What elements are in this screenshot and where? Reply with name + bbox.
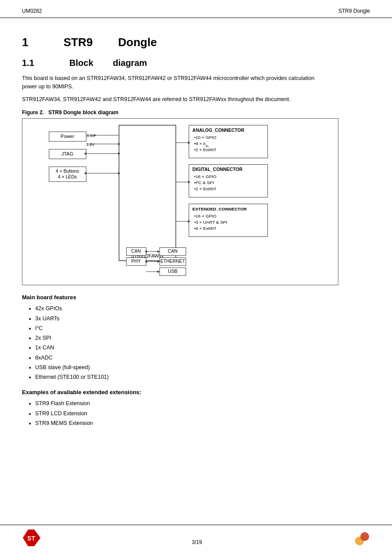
svg-text:•3 × UART & SPI: •3 × UART & SPI <box>194 220 227 225</box>
svg-marker-12 <box>94 134 96 137</box>
header-right: STR9 Dongle <box>338 8 370 14</box>
svg-text:Power: Power <box>61 134 74 139</box>
list-item: USB slave (full-speed) <box>35 363 370 372</box>
list-item: 8xADC <box>35 353 370 363</box>
st-logo: ST <box>22 529 40 547</box>
page-footer: ST 3/19 <box>0 525 392 547</box>
main-content: 1 STR9 Dongle 1.1 Block diagram This boa… <box>0 18 392 461</box>
svg-point-64 <box>360 532 369 541</box>
svg-text:•16 × GPIO: •16 × GPIO <box>194 214 217 218</box>
svg-text:•I²C & SPI: •I²C & SPI <box>194 180 214 185</box>
list-item: 2x SPI <box>35 334 370 343</box>
list-item: STR9 Flash Extension <box>35 399 370 408</box>
svg-text:ST: ST <box>27 535 35 542</box>
svg-text:•2 × ExtINT: •2 × ExtINT <box>194 186 217 191</box>
intro-paragraph-1: This board is based on an STR912FAW34, S… <box>22 74 321 91</box>
section-number: 1.1 <box>22 58 34 68</box>
list-item: STR9 LCD Extension <box>35 409 370 418</box>
svg-marker-58 <box>157 270 160 273</box>
svg-text:USB: USB <box>168 269 177 274</box>
svg-text:PHY: PHY <box>131 259 141 264</box>
svg-text:ANALOG_CONNECTOR: ANALOG_CONNECTOR <box>192 128 245 133</box>
section-title-text: Block diagram <box>69 58 147 68</box>
svg-text:3.3V: 3.3V <box>87 134 94 138</box>
chapter-title-text: STR9 Dongle <box>63 36 156 49</box>
features-title: Main board features <box>22 294 370 301</box>
svg-text:•16 × GPIO: •16 × GPIO <box>194 174 217 179</box>
svg-rect-7 <box>119 125 176 261</box>
block-diagram: Power JTAG 4 × Buttons 4 × LEDs STR912FA… <box>22 118 338 285</box>
list-item: Ethernet (STE100 or STE101) <box>35 373 370 382</box>
svg-text:4 × LEDs: 4 × LEDs <box>58 175 77 180</box>
list-item: I2C <box>35 324 370 333</box>
list-item: STR9 MEMS Extension <box>35 419 370 428</box>
svg-text:EXTENDED_CONNECTOR: EXTENDED_CONNECTOR <box>192 207 247 211</box>
list-item: 42x GPIOs <box>35 304 370 313</box>
section-title: 1.1 Block diagram <box>22 58 370 68</box>
extensions-list: STR9 Flash Extension STR9 LCD Extension … <box>22 399 370 428</box>
svg-text:JTAG: JTAG <box>62 151 73 156</box>
svg-text:4 × Buttons: 4 × Buttons <box>56 169 79 174</box>
list-item: 3x UARTs <box>35 314 370 323</box>
svg-text:DIGITAL_CONNECTOR: DIGITAL_CONNECTOR <box>192 167 243 172</box>
svg-text:•6 × ExtINT: •6 × ExtINT <box>194 226 217 231</box>
page-header: UM0282 STR9 Dongle <box>0 0 392 18</box>
list-item: 1x CAN <box>35 343 370 352</box>
figure-label: Figure 2. STR9 Dongle block diagram <box>22 109 370 116</box>
svg-text:CAN: CAN <box>168 249 178 254</box>
svg-text:1.8V: 1.8V <box>87 142 94 147</box>
header-left: UM0282 <box>22 8 42 14</box>
chapter-title: 1 STR9 Dongle <box>22 36 370 49</box>
svg-text:•2 × ExtINT: •2 × ExtINT <box>194 147 217 152</box>
corner-icon <box>353 530 370 547</box>
svg-text:•10 × GPIO: •10 × GPIO <box>194 135 217 140</box>
intro-paragraph-2: STR912FAW34, STR912FAW42 and STR912FAW44… <box>22 95 321 104</box>
features-list: 42x GPIOs 3x UARTs I2C 2x SPI 1x CAN 8xA… <box>22 304 370 382</box>
page-number: 3/19 <box>40 539 353 547</box>
svg-text:ETHERNET: ETHERNET <box>160 259 185 264</box>
extensions-title: Examples of available extended extension… <box>22 389 370 395</box>
svg-text:CAN: CAN <box>131 249 141 254</box>
chapter-number: 1 <box>22 36 28 49</box>
